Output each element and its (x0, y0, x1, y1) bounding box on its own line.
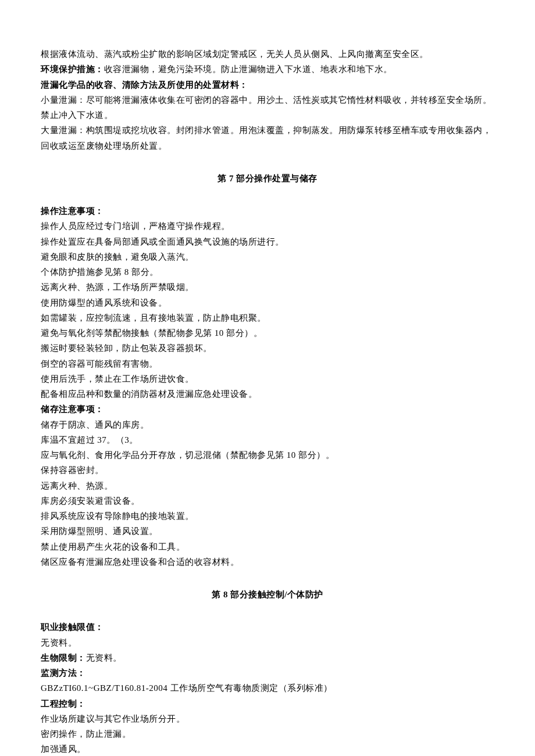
body-text: 个体防护措施参见第 8 部分。 (41, 264, 494, 280)
body-text: 倒空的容器可能残留有害物。 (41, 356, 494, 371)
body-text: 根据液体流动、蒸汽或粉尘扩散的影响区域划定警戒区，无关人员从侧风、上风向撤离至安… (41, 46, 494, 62)
body-text: 操作处置应在具备局部通风或全面通风换气设施的场所进行。 (41, 234, 494, 249)
body-text: 远离火种、热源，工作场所严禁吸烟。 (41, 280, 494, 295)
body-text: 库温不宜超过 37。（3。 (41, 432, 494, 447)
body-text: 禁止使用易产生火花的设备和工具。 (41, 539, 494, 554)
body-text: 使用防爆型的通风系统和设备。 (41, 295, 494, 310)
label-operation: 操作注意事项： (41, 203, 494, 218)
body-text: 配备相应品种和数量的消防器材及泄漏应急处理设备。 (41, 386, 494, 402)
body-text: 应与氧化剂、食用化学品分开存放，切忌混储（禁配物参见第 10 部分）。 (41, 447, 494, 463)
body-text: 环境保护措施：收容泄漏物，避免污染环境。防止泄漏物进入下水道、地表水和地下水。 (41, 62, 494, 77)
body-text: 如需罐装，应控制流速，且有接地装置，防止静电积聚。 (41, 310, 494, 325)
body-text: 远离火种、热源。 (41, 478, 494, 493)
body-text: 大量泄漏：构筑围堤或挖坑收容。封闭排水管道。用泡沫覆盖，抑制蒸发。用防爆泵转移至… (41, 123, 494, 153)
text-bio: 无资料。 (86, 653, 122, 662)
body-text: 避免眼和皮肤的接触，避免吸入蒸汽。 (41, 249, 494, 264)
body-text: 储区应备有泄漏应急处理设备和合适的收容材料。 (41, 554, 494, 569)
section-8-title: 第 8 部分接触控制/个体防护 (41, 587, 494, 602)
body-text: 生物限制：无资料。 (41, 650, 494, 665)
label-bio: 生物限制： (41, 653, 86, 662)
body-text: 密闭操作，防止泄漏。 (41, 726, 494, 741)
label-monitoring: 监测方法： (41, 665, 494, 680)
body-text: 避免与氧化剂等禁配物接触（禁配物参见第 10 部分）。 (41, 325, 494, 341)
body-text: 保持容器密封。 (41, 463, 494, 478)
label-spill: 泄漏化学品的收容、清除方法及所使用的处置材料： (41, 77, 494, 92)
body-text: 作业场所建议与其它作业场所分开。 (41, 711, 494, 726)
text-env: 收容泄漏物，避免污染环境。防止泄漏物进入下水道、地表水和地下水。 (104, 65, 393, 74)
body-text: 采用防爆型照明、通风设置。 (41, 524, 494, 539)
body-text: 库房必须安装避雷设备。 (41, 493, 494, 508)
body-text: 小量泄漏：尽可能将泄漏液体收集在可密闭的容器中。用沙土、活性炭或其它惰性材料吸收… (41, 92, 494, 123)
body-text: 操作人员应经过专门培训，严格遵守操作规程。 (41, 218, 494, 234)
body-text: 无资料。 (41, 635, 494, 650)
label-storage: 储存注意事项： (41, 402, 494, 417)
label-engineering: 工程控制： (41, 696, 494, 711)
body-text: 搬运时要轻装轻卸，防止包装及容器损坏。 (41, 341, 494, 356)
body-text: 储存于阴凉、通风的库房。 (41, 417, 494, 432)
label-env: 环境保护措施： (41, 65, 104, 74)
section-7-title: 第 7 部分操作处置与储存 (41, 171, 494, 186)
body-text: 排风系统应设有导除静电的接地装置。 (41, 508, 494, 524)
body-text: 使用后洗手，禁止在工作场所进饮食。 (41, 371, 494, 386)
body-text: 加强通风。 (41, 741, 494, 756)
body-text: GBZzTI60.1~GBZ/T160.81-2004 工作场所空气有毒物质测定… (41, 680, 494, 696)
label-occupational: 职业接触限值： (41, 619, 494, 635)
